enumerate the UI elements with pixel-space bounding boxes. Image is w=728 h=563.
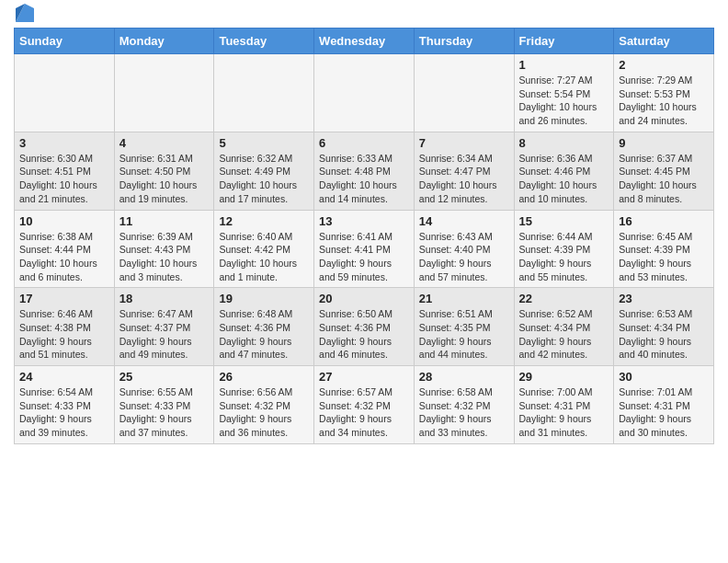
weekday-header-tuesday: Tuesday: [214, 29, 314, 54]
day-number: 13: [319, 214, 409, 228]
header-area: [14, 9, 714, 22]
day-info: Sunrise: 6:41 AM Sunset: 4:41 PM Dayligh…: [319, 230, 409, 284]
day-number: 7: [419, 136, 509, 150]
day-info: Sunrise: 6:46 AM Sunset: 4:38 PM Dayligh…: [19, 307, 109, 362]
day-number: 2: [619, 58, 709, 72]
day-cell: 12Sunrise: 6:40 AM Sunset: 4:42 PM Dayli…: [214, 210, 314, 288]
calendar-header: SundayMondayTuesdayWednesdayThursdayFrid…: [15, 29, 714, 54]
day-number: 5: [219, 136, 309, 150]
day-cell: 17Sunrise: 6:46 AM Sunset: 4:38 PM Dayli…: [15, 288, 115, 366]
day-cell: 14Sunrise: 6:43 AM Sunset: 4:40 PM Dayli…: [414, 210, 514, 288]
day-cell: 23Sunrise: 6:53 AM Sunset: 4:34 PM Dayli…: [614, 288, 714, 366]
weekday-header-saturday: Saturday: [614, 29, 714, 54]
weekday-header-thursday: Thursday: [414, 29, 514, 54]
day-number: 24: [19, 370, 109, 384]
day-cell: 7Sunrise: 6:34 AM Sunset: 4:47 PM Daylig…: [414, 132, 514, 210]
day-number: 26: [219, 370, 309, 384]
day-number: 23: [619, 292, 709, 305]
day-info: Sunrise: 6:45 AM Sunset: 4:39 PM Dayligh…: [619, 230, 709, 284]
day-cell: 30Sunrise: 7:01 AM Sunset: 4:31 PM Dayli…: [614, 366, 714, 444]
day-cell: 6Sunrise: 6:33 AM Sunset: 4:48 PM Daylig…: [314, 132, 415, 210]
day-number: 17: [19, 292, 109, 305]
day-info: Sunrise: 6:51 AM Sunset: 4:35 PM Dayligh…: [419, 307, 509, 362]
day-info: Sunrise: 6:58 AM Sunset: 4:32 PM Dayligh…: [419, 385, 509, 440]
day-cell: 3Sunrise: 6:30 AM Sunset: 4:51 PM Daylig…: [15, 132, 115, 210]
day-cell: [314, 54, 415, 132]
day-cell: 25Sunrise: 6:55 AM Sunset: 4:33 PM Dayli…: [114, 366, 214, 444]
weekday-header-sunday: Sunday: [15, 29, 115, 54]
day-info: Sunrise: 6:37 AM Sunset: 4:45 PM Dayligh…: [619, 152, 709, 206]
day-number: 21: [419, 292, 509, 305]
day-number: 29: [519, 370, 609, 384]
day-number: 3: [19, 136, 109, 150]
day-cell: 29Sunrise: 7:00 AM Sunset: 4:31 PM Dayli…: [514, 366, 614, 444]
day-cell: 5Sunrise: 6:32 AM Sunset: 4:49 PM Daylig…: [214, 132, 314, 210]
day-number: 12: [219, 214, 309, 228]
day-info: Sunrise: 6:55 AM Sunset: 4:33 PM Dayligh…: [119, 385, 210, 440]
day-info: Sunrise: 6:44 AM Sunset: 4:39 PM Dayligh…: [519, 230, 609, 284]
day-number: 10: [19, 214, 109, 228]
day-cell: 13Sunrise: 6:41 AM Sunset: 4:41 PM Dayli…: [314, 210, 415, 288]
day-info: Sunrise: 6:54 AM Sunset: 4:33 PM Dayligh…: [19, 385, 109, 440]
day-info: Sunrise: 6:31 AM Sunset: 4:50 PM Dayligh…: [119, 152, 210, 206]
day-number: 19: [219, 292, 309, 305]
weekday-header-wednesday: Wednesday: [314, 29, 415, 54]
day-cell: 1Sunrise: 7:27 AM Sunset: 5:54 PM Daylig…: [514, 54, 614, 132]
day-cell: 19Sunrise: 6:48 AM Sunset: 4:36 PM Dayli…: [214, 288, 314, 366]
day-info: Sunrise: 6:39 AM Sunset: 4:43 PM Dayligh…: [119, 230, 210, 284]
logo: [14, 13, 34, 22]
day-cell: [414, 54, 514, 132]
logo-icon: [16, 4, 34, 22]
day-info: Sunrise: 6:53 AM Sunset: 4:34 PM Dayligh…: [619, 307, 709, 362]
day-info: Sunrise: 6:57 AM Sunset: 4:32 PM Dayligh…: [319, 385, 409, 440]
day-cell: 10Sunrise: 6:38 AM Sunset: 4:44 PM Dayli…: [15, 210, 115, 288]
weekday-header-monday: Monday: [114, 29, 214, 54]
day-cell: 4Sunrise: 6:31 AM Sunset: 4:50 PM Daylig…: [114, 132, 214, 210]
week-row-3: 10Sunrise: 6:38 AM Sunset: 4:44 PM Dayli…: [15, 210, 714, 288]
day-info: Sunrise: 6:34 AM Sunset: 4:47 PM Dayligh…: [419, 152, 509, 206]
day-cell: 16Sunrise: 6:45 AM Sunset: 4:39 PM Dayli…: [614, 210, 714, 288]
day-cell: [114, 54, 214, 132]
day-cell: 2Sunrise: 7:29 AM Sunset: 5:53 PM Daylig…: [614, 54, 714, 132]
day-number: 14: [419, 214, 509, 228]
day-info: Sunrise: 6:38 AM Sunset: 4:44 PM Dayligh…: [19, 230, 109, 284]
day-number: 22: [519, 292, 609, 305]
page: SundayMondayTuesdayWednesdayThursdayFrid…: [0, 0, 728, 454]
day-info: Sunrise: 7:01 AM Sunset: 4:31 PM Dayligh…: [619, 385, 709, 440]
day-number: 25: [119, 370, 210, 384]
logo-content: [14, 13, 34, 22]
day-number: 16: [619, 214, 709, 228]
day-info: Sunrise: 7:29 AM Sunset: 5:53 PM Dayligh…: [619, 74, 709, 128]
week-row-5: 24Sunrise: 6:54 AM Sunset: 4:33 PM Dayli…: [15, 366, 714, 444]
day-info: Sunrise: 6:43 AM Sunset: 4:40 PM Dayligh…: [419, 230, 509, 284]
week-row-4: 17Sunrise: 6:46 AM Sunset: 4:38 PM Dayli…: [15, 288, 714, 366]
day-info: Sunrise: 6:48 AM Sunset: 4:36 PM Dayligh…: [219, 307, 309, 362]
day-number: 4: [119, 136, 210, 150]
day-cell: 9Sunrise: 6:37 AM Sunset: 4:45 PM Daylig…: [614, 132, 714, 210]
day-cell: 27Sunrise: 6:57 AM Sunset: 4:32 PM Dayli…: [314, 366, 415, 444]
day-cell: [214, 54, 314, 132]
weekday-header-friday: Friday: [514, 29, 614, 54]
day-cell: 24Sunrise: 6:54 AM Sunset: 4:33 PM Dayli…: [15, 366, 115, 444]
day-number: 11: [119, 214, 210, 228]
day-info: Sunrise: 6:30 AM Sunset: 4:51 PM Dayligh…: [19, 152, 109, 206]
day-info: Sunrise: 6:36 AM Sunset: 4:46 PM Dayligh…: [519, 152, 609, 206]
day-number: 6: [319, 136, 409, 150]
day-number: 15: [519, 214, 609, 228]
day-info: Sunrise: 7:00 AM Sunset: 4:31 PM Dayligh…: [519, 385, 609, 440]
weekday-row: SundayMondayTuesdayWednesdayThursdayFrid…: [15, 29, 714, 54]
calendar-body: 1Sunrise: 7:27 AM Sunset: 5:54 PM Daylig…: [15, 54, 714, 444]
day-info: Sunrise: 6:33 AM Sunset: 4:48 PM Dayligh…: [319, 152, 409, 206]
day-number: 9: [619, 136, 709, 150]
day-number: 8: [519, 136, 609, 150]
week-row-1: 1Sunrise: 7:27 AM Sunset: 5:54 PM Daylig…: [15, 54, 714, 132]
week-row-2: 3Sunrise: 6:30 AM Sunset: 4:51 PM Daylig…: [15, 132, 714, 210]
day-number: 1: [519, 58, 609, 72]
day-cell: 15Sunrise: 6:44 AM Sunset: 4:39 PM Dayli…: [514, 210, 614, 288]
day-cell: 28Sunrise: 6:58 AM Sunset: 4:32 PM Dayli…: [414, 366, 514, 444]
day-info: Sunrise: 6:40 AM Sunset: 4:42 PM Dayligh…: [219, 230, 309, 284]
calendar-table: SundayMondayTuesdayWednesdayThursdayFrid…: [14, 28, 714, 444]
day-info: Sunrise: 6:56 AM Sunset: 4:32 PM Dayligh…: [219, 385, 309, 440]
day-info: Sunrise: 6:52 AM Sunset: 4:34 PM Dayligh…: [519, 307, 609, 362]
day-cell: 26Sunrise: 6:56 AM Sunset: 4:32 PM Dayli…: [214, 366, 314, 444]
